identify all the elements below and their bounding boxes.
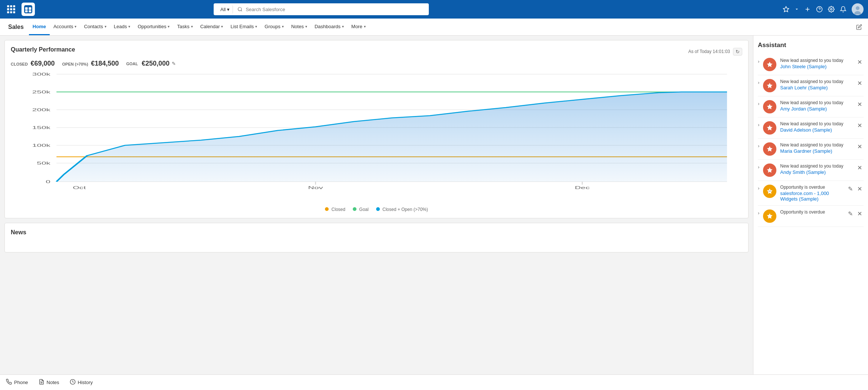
dismiss-button[interactable]: ✕ — [856, 58, 864, 66]
chevron-down-icon: ▾ — [255, 24, 257, 29]
global-search-bar[interactable]: All ▾ — [214, 3, 429, 15]
nav-item-dashboards[interactable]: Dashboards ▾ — [311, 19, 348, 35]
svg-text:250k: 250k — [32, 90, 50, 94]
dismiss-button[interactable]: ✕ — [856, 121, 864, 130]
dismiss-button[interactable]: ✕ — [856, 209, 864, 218]
app-launcher-button[interactable] — [4, 3, 18, 16]
expand-icon[interactable]: › — [758, 163, 759, 170]
svg-rect-3 — [7, 8, 9, 10]
chevron-down-icon: ▾ — [282, 24, 284, 29]
left-panel: Quarterly Performance As of Today 14:01:… — [0, 36, 753, 374]
dismiss-button[interactable]: ✕ — [856, 185, 864, 193]
notes-icon — [39, 379, 45, 386]
opportunity-icon — [763, 209, 776, 223]
phone-utility[interactable]: Phone — [6, 379, 28, 386]
opportunity-icon — [763, 185, 776, 198]
nav-item-calendar[interactable]: Calendar ▾ — [197, 19, 227, 35]
top-bar-actions — [783, 3, 864, 15]
open-stat: OPEN (>70%) €184,500 — [62, 60, 119, 67]
legend-closed-open: Closed + Open (>70%) — [376, 207, 428, 212]
chevron-down-icon: ▾ — [191, 24, 193, 29]
svg-rect-4 — [10, 8, 12, 10]
dismiss-button[interactable]: ✕ — [856, 142, 864, 151]
goal-dot — [353, 207, 356, 211]
nav-item-contacts[interactable]: Contacts ▾ — [80, 19, 110, 35]
edit-button[interactable]: ✎ — [846, 185, 854, 193]
lead-icon — [763, 163, 776, 177]
search-input[interactable] — [246, 7, 425, 12]
svg-marker-16 — [783, 7, 789, 12]
user-avatar[interactable] — [852, 3, 864, 15]
nav-item-more[interactable]: More ▾ — [348, 19, 369, 35]
add-icon[interactable] — [804, 6, 811, 13]
expand-icon[interactable]: › — [758, 185, 759, 191]
expand-icon[interactable]: › — [758, 79, 759, 85]
expand-icon[interactable]: › — [758, 142, 759, 149]
help-icon[interactable] — [816, 6, 823, 13]
nav-item-home[interactable]: Home — [29, 19, 50, 35]
svg-rect-12 — [25, 10, 28, 13]
dismiss-button[interactable]: ✕ — [856, 79, 864, 87]
assistant-item-content: New lead assigned to you today Andy Smit… — [780, 163, 852, 175]
goal-edit-icon[interactable]: ✎ — [172, 61, 176, 66]
assistant-item-content: New lead assigned to you today Amy Jorda… — [780, 100, 852, 112]
chevron-down-icon: ▾ — [227, 7, 230, 12]
app-name: Sales — [3, 19, 29, 35]
favorites-icon[interactable] — [783, 6, 789, 13]
nav-item-groups[interactable]: Groups ▾ — [261, 19, 287, 35]
svg-text:Nov: Nov — [308, 185, 323, 190]
nav-item-accounts[interactable]: Accounts ▾ — [50, 19, 80, 35]
svg-rect-0 — [7, 5, 9, 7]
svg-marker-50 — [767, 125, 773, 130]
assistant-item-link[interactable]: Amy Jordan (Sample) — [780, 106, 827, 112]
dismiss-button[interactable]: ✕ — [856, 163, 864, 172]
assistant-item-link[interactable]: Maria Gardner (Sample) — [780, 148, 832, 154]
chart-visualization: 300k 250k 200k 150k 100k 50k 0 — [11, 70, 742, 204]
chart-stats: CLOSED €69,000 OPEN (>70%) €184,500 GOAL… — [11, 60, 742, 67]
refresh-button[interactable]: ↻ — [733, 48, 742, 56]
expand-icon[interactable]: › — [758, 209, 759, 216]
expand-icon[interactable]: › — [758, 121, 759, 128]
nav-item-tasks[interactable]: Tasks ▾ — [173, 19, 196, 35]
assistant-item-link[interactable]: Andy Smith (Sample) — [780, 169, 826, 175]
notes-utility[interactable]: Notes — [39, 379, 59, 386]
assistant-item-link[interactable]: John Steele (Sample) — [780, 64, 826, 69]
svg-rect-2 — [13, 5, 15, 7]
expand-icon[interactable]: › — [758, 58, 759, 64]
history-utility[interactable]: History — [70, 379, 93, 386]
chevron-down-icon: ▾ — [105, 24, 106, 29]
svg-rect-8 — [13, 11, 15, 13]
quarterly-performance-card: Quarterly Performance As of Today 14:01:… — [4, 40, 749, 218]
assistant-item-actions: ✕ — [856, 79, 864, 87]
svg-rect-6 — [7, 11, 9, 13]
assistant-item-link[interactable]: Sarah Loehr (Sample) — [780, 85, 828, 90]
salesforce-app-icon[interactable] — [22, 3, 35, 16]
bell-icon[interactable] — [840, 6, 846, 13]
nav-edit-button[interactable] — [853, 19, 865, 35]
svg-line-15 — [241, 10, 242, 11]
chevron-down-icon: ▾ — [342, 24, 344, 29]
settings-icon[interactable] — [828, 6, 835, 13]
expand-icon[interactable]: › — [758, 100, 759, 106]
assistant-item-actions: ✕ — [856, 163, 864, 172]
nav-item-opportunities[interactable]: Opportunities ▾ — [134, 19, 173, 35]
svg-rect-53 — [769, 191, 771, 192]
lead-icon — [763, 79, 776, 92]
nav-item-notes[interactable]: Notes ▾ — [287, 19, 311, 35]
nav-item-list-emails[interactable]: List Emails ▾ — [227, 19, 261, 35]
secondary-navigation-bar: Sales Home Accounts ▾ Contacts ▾ Leads ▾… — [0, 19, 868, 36]
assistant-item: › New lead assigned to you today Sarah L… — [758, 75, 864, 96]
search-icon — [237, 7, 243, 12]
dismiss-button[interactable]: ✕ — [856, 100, 864, 109]
legend-closed: Closed — [325, 207, 345, 212]
assistant-item-content: New lead assigned to you today Maria Gar… — [780, 142, 852, 154]
svg-text:150k: 150k — [32, 125, 50, 130]
search-scope-dropdown[interactable]: All ▾ — [217, 5, 233, 14]
svg-rect-11 — [29, 7, 31, 10]
assistant-item-link[interactable]: David Adelson (Sample) — [780, 127, 832, 133]
nav-item-leads[interactable]: Leads ▾ — [110, 19, 134, 35]
edit-button[interactable]: ✎ — [846, 209, 854, 218]
assistant-item-link[interactable]: salesforce.com - 1,000 Widgets (Sample) — [780, 191, 829, 202]
dropdown-icon[interactable] — [795, 7, 799, 11]
svg-rect-10 — [25, 7, 28, 10]
